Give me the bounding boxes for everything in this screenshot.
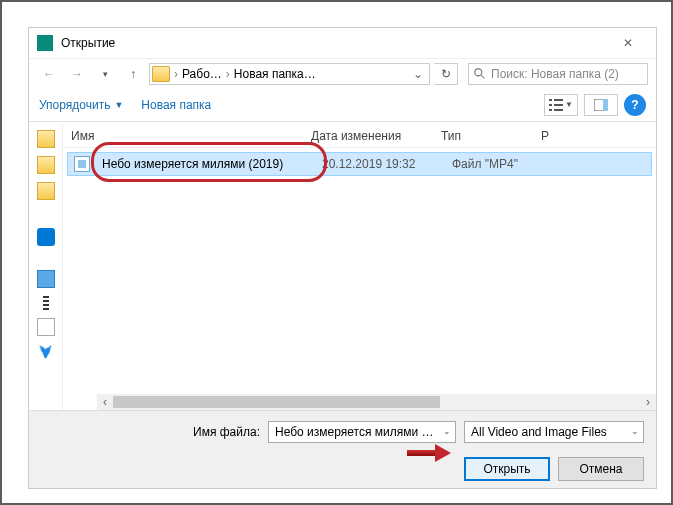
chevron-down-icon: ⌄ xyxy=(443,426,451,436)
sidebar-item-icon[interactable] xyxy=(43,296,49,310)
video-file-icon xyxy=(74,156,90,172)
column-date[interactable]: Дата изменения xyxy=(303,129,433,143)
toolbar: Упорядочить ▼ Новая папка ▼ ? xyxy=(29,88,656,122)
breadcrumb-seg-1[interactable]: Рабо… xyxy=(182,67,222,81)
sidebar-folder-icon[interactable] xyxy=(37,182,55,200)
svg-rect-4 xyxy=(549,104,552,106)
filename-label: Имя файла: xyxy=(193,425,260,439)
sidebar-pc-icon[interactable] xyxy=(37,270,55,288)
refresh-icon: ↻ xyxy=(441,67,451,81)
new-folder-label: Новая папка xyxy=(141,98,211,112)
sidebar-onedrive-icon[interactable] xyxy=(37,228,55,246)
filename-value: Небо измеряется милями (201 xyxy=(275,425,437,439)
forward-icon: → xyxy=(71,67,83,81)
file-date: 20.12.2019 19:32 xyxy=(316,157,446,171)
organize-button[interactable]: Упорядочить ▼ xyxy=(39,98,123,112)
chevron-right-icon: › xyxy=(172,67,180,81)
dialog-footer: Имя файла: Небо измеряется милями (201 ⌄… xyxy=(29,410,656,488)
sidebar-down-arrow-icon[interactable]: ⮟ xyxy=(39,344,53,360)
column-size[interactable]: Р xyxy=(533,129,563,143)
scroll-left-button[interactable]: ‹ xyxy=(97,394,113,410)
chevron-down-icon: ▾ xyxy=(103,69,108,79)
search-icon xyxy=(473,67,487,81)
preview-pane-button[interactable] xyxy=(584,94,618,116)
app-icon xyxy=(37,35,53,51)
sidebar-folder-icon[interactable] xyxy=(37,156,55,174)
refresh-button[interactable]: ↻ xyxy=(434,63,458,85)
open-button[interactable]: Открыть xyxy=(464,457,550,481)
scroll-thumb[interactable] xyxy=(113,396,440,408)
filetype-filter[interactable]: All Video and Image Files ⌄ xyxy=(464,421,644,443)
file-list: Имя Дата изменения Тип Р Небо измеряется… xyxy=(63,124,656,410)
chevron-down-icon: ▼ xyxy=(565,100,573,109)
nav-bar: ← → ▾ ↑ › Рабо… › Новая папка… ⌄ ↻ Поиск… xyxy=(29,58,656,88)
column-type[interactable]: Тип xyxy=(433,129,533,143)
filename-input[interactable]: Небо измеряется милями (201 ⌄ xyxy=(268,421,456,443)
preview-pane-icon xyxy=(594,99,608,111)
scroll-track[interactable] xyxy=(113,394,640,410)
svg-rect-7 xyxy=(554,109,563,111)
help-button[interactable]: ? xyxy=(624,94,646,116)
chevron-down-icon: ⌄ xyxy=(631,426,639,436)
svg-rect-3 xyxy=(554,99,563,101)
svg-rect-2 xyxy=(549,99,552,101)
svg-rect-9 xyxy=(603,99,608,111)
search-placeholder: Поиск: Новая папка (2) xyxy=(491,67,619,81)
file-row[interactable]: Небо измеряется милями (2019) 20.12.2019… xyxy=(67,152,652,176)
folder-icon xyxy=(152,66,170,82)
nav-sidebar: ⮟ xyxy=(29,124,63,410)
nav-back-button[interactable]: ← xyxy=(37,62,61,86)
open-dialog: Открытие ✕ ← → ▾ ↑ › Рабо… › Новая папка… xyxy=(28,27,657,489)
column-headers: Имя Дата изменения Тип Р xyxy=(63,124,656,148)
nav-forward-button[interactable]: → xyxy=(65,62,89,86)
window-title: Открытие xyxy=(61,36,608,50)
chevron-right-icon: › xyxy=(224,67,232,81)
nav-up-button[interactable]: ↑ xyxy=(121,62,145,86)
sidebar-item-icon[interactable] xyxy=(37,318,55,336)
svg-point-0 xyxy=(475,68,482,75)
close-icon: ✕ xyxy=(623,36,633,50)
svg-line-1 xyxy=(481,74,485,78)
column-name[interactable]: Имя xyxy=(63,129,303,143)
up-icon: ↑ xyxy=(130,67,136,81)
chevron-down-icon[interactable]: ⌄ xyxy=(409,67,427,81)
chevron-down-icon: ▼ xyxy=(114,100,123,110)
nav-recent-dropdown[interactable]: ▾ xyxy=(93,62,117,86)
close-button[interactable]: ✕ xyxy=(608,29,648,57)
filter-value: All Video and Image Files xyxy=(471,425,607,439)
cancel-label: Отмена xyxy=(579,462,622,476)
list-view-icon xyxy=(549,99,563,111)
horizontal-scrollbar[interactable]: ‹ › xyxy=(97,394,656,410)
file-name: Небо измеряется милями (2019) xyxy=(96,157,316,171)
help-icon: ? xyxy=(631,98,638,112)
breadcrumb[interactable]: › Рабо… › Новая папка… ⌄ xyxy=(149,63,430,85)
search-input[interactable]: Поиск: Новая папка (2) xyxy=(468,63,648,85)
back-icon: ← xyxy=(43,67,55,81)
new-folder-button[interactable]: Новая папка xyxy=(141,98,211,112)
svg-rect-5 xyxy=(554,104,563,106)
titlebar: Открытие ✕ xyxy=(29,28,656,58)
breadcrumb-seg-2[interactable]: Новая папка… xyxy=(234,67,316,81)
file-type: Файл "MP4" xyxy=(446,157,566,171)
scroll-right-button[interactable]: › xyxy=(640,394,656,410)
sidebar-folder-icon[interactable] xyxy=(37,130,55,148)
open-label: Открыть xyxy=(483,462,530,476)
svg-rect-6 xyxy=(549,109,552,111)
organize-label: Упорядочить xyxy=(39,98,110,112)
cancel-button[interactable]: Отмена xyxy=(558,457,644,481)
view-mode-button[interactable]: ▼ xyxy=(544,94,578,116)
